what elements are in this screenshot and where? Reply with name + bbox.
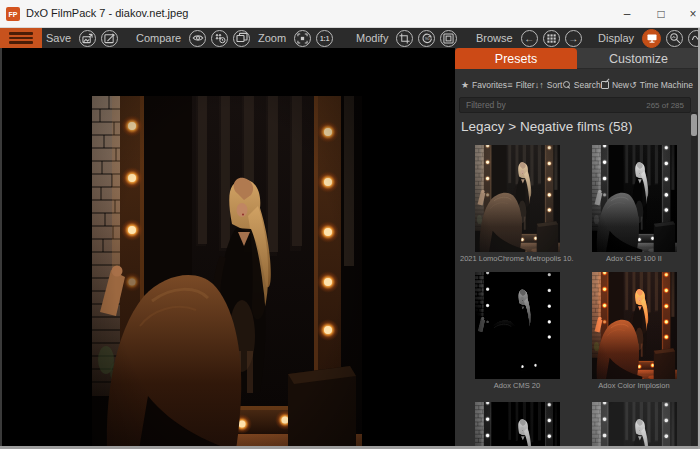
new-preset-button[interactable]: New: [601, 80, 629, 90]
zoom-label: Zoom: [258, 32, 286, 44]
preset-label: 2021 LomoChrome Metropolis 10...: [460, 254, 574, 263]
save-group: Save: [46, 28, 118, 48]
save-label: Save: [46, 32, 71, 44]
crop-icon[interactable]: [396, 30, 413, 47]
preset-thumb-row3-right[interactable]: [592, 402, 677, 446]
compare-eye-icon[interactable]: [189, 30, 206, 47]
panel-tabbar: Presets Customize: [455, 48, 700, 69]
sort-button[interactable]: ↓↑ Sort: [535, 80, 563, 90]
compare-history-icon[interactable]: [211, 30, 228, 47]
browse-group: Browse ← →: [476, 28, 582, 48]
close-button[interactable]: ×: [678, 0, 700, 27]
search-button[interactable]: Search: [563, 80, 601, 90]
compare-label: Compare: [136, 32, 181, 44]
title-bar: FP DxO FilmPack 7 - diakov.net.jpeg – □ …: [0, 0, 700, 28]
svg-text:90: 90: [425, 36, 430, 41]
star-icon: ★: [461, 81, 469, 90]
export-edit-icon[interactable]: [101, 30, 118, 47]
browse-label: Browse: [476, 32, 513, 44]
tab-presets[interactable]: Presets: [455, 48, 577, 69]
loupe-icon[interactable]: [666, 30, 683, 47]
zoom-fit-icon[interactable]: [294, 30, 311, 47]
thumbnail-grid-icon[interactable]: [543, 30, 560, 47]
minimize-button[interactable]: –: [612, 0, 642, 27]
compare-group: Compare: [136, 28, 250, 48]
previous-image-icon[interactable]: ←: [521, 30, 538, 47]
preset-thumb-adox-chs-100[interactable]: [592, 145, 677, 252]
display-label: Display: [598, 32, 634, 44]
preset-thumb-lomochrome[interactable]: [475, 145, 560, 252]
filtered-by-placeholder: Filtered by: [466, 100, 506, 110]
filter-button[interactable]: ≡ Filter: [507, 80, 534, 90]
image-canvas: [0, 48, 455, 446]
tab-customize[interactable]: Customize: [577, 48, 700, 69]
next-image-icon[interactable]: →: [565, 30, 582, 47]
preset-label: Adox Color Implosion: [577, 381, 691, 390]
app-icon: FP: [6, 7, 20, 21]
display-monitor-icon[interactable]: [642, 29, 661, 48]
zoom-1to1-icon[interactable]: 1:1: [316, 30, 333, 47]
app-window: FP DxO FilmPack 7 - diakov.net.jpeg – □ …: [0, 0, 700, 449]
window-title: DxO FilmPack 7 - diakov.net.jpeg: [26, 7, 188, 19]
compare-images-icon[interactable]: [233, 30, 250, 47]
filtered-by-field[interactable]: Filtered by 265 of 285: [459, 97, 691, 113]
preset-count: 265 of 285: [646, 101, 684, 110]
preset-label: Adox CHS 100 II: [577, 254, 691, 263]
time-machine-icon: ↺: [629, 81, 637, 90]
preset-actions: ★ Favorites ≡ Filter ↓↑ Sort Search New …: [461, 78, 693, 92]
presets-panel: Presets Customize ★ Favorites ≡ Filter ↓…: [455, 48, 700, 446]
panel-scrollbar[interactable]: [691, 112, 697, 446]
preset-thumb-row3-left[interactable]: [475, 402, 560, 446]
display-group: Display: [598, 28, 700, 48]
maximize-button[interactable]: □: [646, 0, 676, 27]
section-title: Legacy > Negative films (58): [461, 119, 632, 134]
time-machine-button[interactable]: ↺ Time Machine: [629, 80, 693, 90]
modify-label: Modify: [356, 32, 388, 44]
zoom-group: Zoom 1:1: [258, 28, 333, 48]
main-photo: [92, 96, 362, 449]
filter-list-icon: ≡: [507, 81, 512, 90]
rotate-90-icon[interactable]: 90: [418, 30, 435, 47]
export-image-icon[interactable]: [79, 30, 96, 47]
preset-label: Adox CMS 20: [460, 381, 574, 390]
scrollbar-thumb[interactable]: [691, 114, 697, 136]
preset-thumb-adox-cms-20[interactable]: [475, 272, 560, 379]
sort-arrows-icon: ↓↑: [535, 81, 544, 90]
frame-icon[interactable]: [440, 30, 457, 47]
search-icon: [563, 81, 571, 89]
modify-group: Modify 90: [356, 28, 457, 48]
favorites-button[interactable]: ★ Favorites: [461, 80, 507, 90]
preset-thumb-adox-color-implosion[interactable]: [592, 272, 677, 379]
main-toolbar: Save Compare: [0, 28, 700, 48]
new-preset-icon: [601, 81, 609, 89]
menu-button[interactable]: [0, 28, 42, 48]
